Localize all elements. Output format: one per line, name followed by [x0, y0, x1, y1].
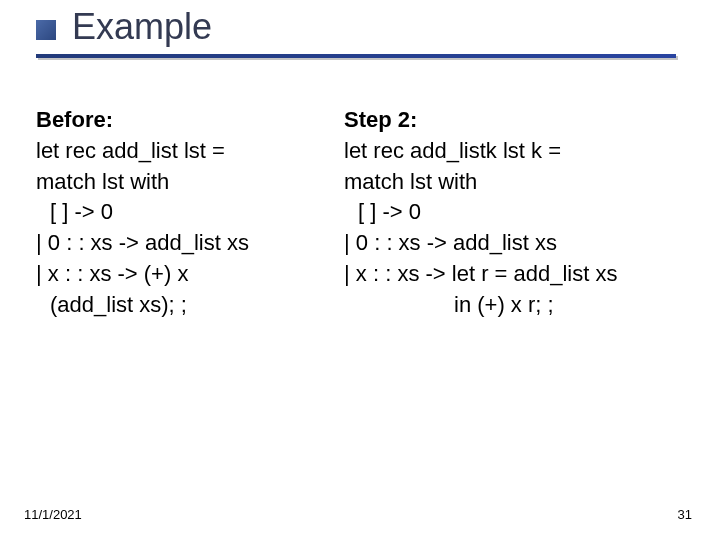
- slide-title: Example: [72, 6, 212, 48]
- code-line: match lst with: [36, 167, 336, 198]
- code-line: in (+) x r; ;: [344, 290, 700, 321]
- right-column: Step 2: let rec add_listk lst k = match …: [336, 105, 700, 321]
- code-line: let rec add_listk lst k =: [344, 136, 700, 167]
- code-line: (add_list xs); ;: [36, 290, 336, 321]
- footer-page-number: 31: [678, 507, 692, 522]
- code-line: let rec add_list lst =: [36, 136, 336, 167]
- right-heading: Step 2:: [344, 105, 700, 136]
- code-line: | x : : xs -> let r = add_list xs: [344, 259, 700, 290]
- left-column: Before: let rec add_list lst = match lst…: [36, 105, 336, 321]
- code-line: [ ] -> 0: [36, 197, 336, 228]
- code-line: | 0 : : xs -> add_list xs: [36, 228, 336, 259]
- code-line: [ ] -> 0: [344, 197, 700, 228]
- code-line: | x : : xs -> (+) x: [36, 259, 336, 290]
- title-bullet-square: [36, 20, 56, 40]
- title-underline: [36, 54, 720, 58]
- slide-body: Before: let rec add_list lst = match lst…: [36, 105, 700, 321]
- footer-date: 11/1/2021: [24, 507, 82, 522]
- left-heading: Before:: [36, 105, 336, 136]
- code-line: match lst with: [344, 167, 700, 198]
- code-line: | 0 : : xs -> add_list xs: [344, 228, 700, 259]
